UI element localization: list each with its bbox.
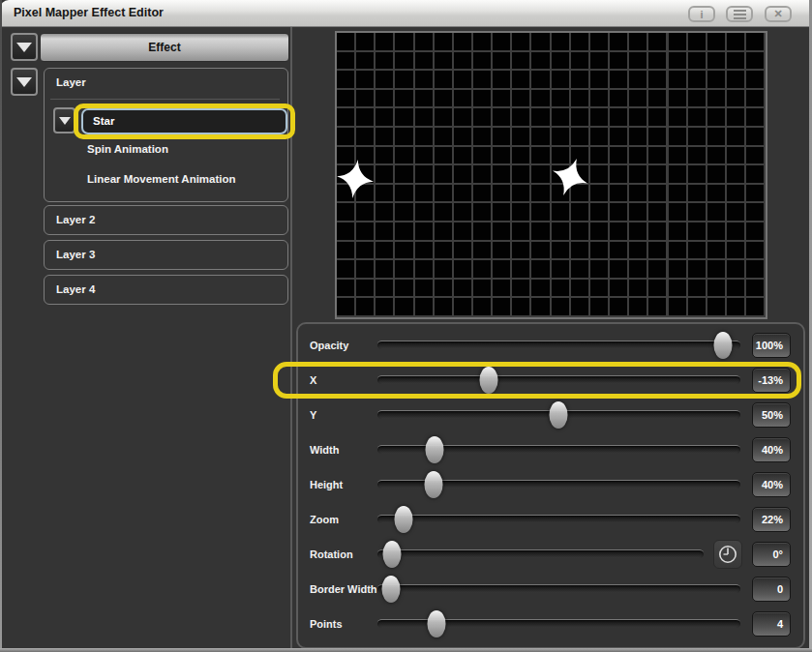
selected-effect-name-field[interactable]: Star [81,108,287,134]
slider-thumb[interactable] [550,401,568,429]
info-button[interactable]: i [688,6,715,22]
collapse-star-effect-button[interactable] [53,107,75,133]
slider-value-button[interactable]: 40% [752,437,791,462]
slider-value-button[interactable]: 22% [752,507,791,532]
clock-icon [717,544,738,565]
window-border-left [0,0,2,652]
slider-label: Rotation [310,537,353,572]
rotation-clock-button[interactable] [713,540,742,569]
divider [50,99,280,100]
slider-row: Height 40% [298,467,803,502]
collapse-layer-button[interactable] [11,68,38,96]
slider-value-button[interactable]: 40% [752,472,791,497]
spin-animation-item[interactable]: Spin Animation [87,143,168,155]
slider-track[interactable] [377,549,704,558]
slider-row: Y 50% [298,398,803,432]
slider-row: Opacity 100% [298,328,803,363]
slider-track[interactable] [377,410,740,419]
slider-value-button[interactable]: 100% [752,333,791,358]
layer-panel-title: Layer [56,76,86,88]
window-title: Pixel Mapper Effect Editor [14,0,164,26]
slider-label: Width [310,432,339,467]
slider-thumb[interactable] [383,541,402,568]
title-bar[interactable]: Pixel Mapper Effect Editor i ✕ [0,0,812,27]
menu-button[interactable] [726,6,753,22]
slider-row: Points 4 [298,607,803,641]
slider-row: Width 40% [298,432,803,467]
chevron-down-icon [16,77,32,87]
panel-splitter [290,27,292,652]
window-border-bottom [0,648,812,652]
slider-track[interactable] [377,584,740,593]
slider-value-button[interactable]: -13% [752,368,791,393]
effect-header-button[interactable]: Effect [40,33,289,62]
slider-label: Zoom [310,502,339,537]
close-icon: ✕ [773,8,782,20]
close-button[interactable]: ✕ [765,6,792,22]
hamburger-menu-icon [734,14,746,15]
slider-label: Height [310,467,343,502]
layer-2-panel[interactable]: Layer 2 [44,205,288,235]
slider-row: X -13% [298,363,803,398]
slider-label: Points [310,607,343,641]
slider-thumb[interactable] [428,610,446,637]
slider-track[interactable] [377,515,740,523]
effect-parameters-panel: Opacity 100% X -13% Y [296,322,805,649]
slider-thumb[interactable] [381,576,400,603]
linear-movement-animation-item[interactable]: Linear Movement Animation [87,173,236,185]
slider-track[interactable] [377,480,740,489]
slider-label: X [310,363,316,398]
slider-thumb[interactable] [425,471,443,498]
slider-thumb[interactable] [714,332,733,359]
slider-value-button[interactable]: 0° [752,542,791,567]
slider-track[interactable] [377,341,740,349]
star-shape [542,149,599,206]
star-shape [330,154,380,204]
layer-4-panel[interactable]: Layer 4 [44,275,288,305]
slider-label: Y [310,398,316,432]
slider-value-button[interactable]: 50% [752,402,791,428]
pixel-mapper-effect-editor-window: Pixel Mapper Effect Editor i ✕ Effect La… [0,0,812,652]
slider-track[interactable] [377,619,740,628]
pixel-grid-preview [335,31,767,319]
slider-value-button[interactable]: 4 [752,611,791,637]
slider-row: Rotation 0° [298,537,803,572]
slider-thumb[interactable] [395,506,413,533]
slider-track[interactable] [377,445,740,454]
slider-row: Zoom 22% [298,502,803,537]
layer-3-panel[interactable]: Layer 3 [44,240,288,270]
collapse-effect-button[interactable] [11,33,38,61]
slider-track[interactable] [377,375,740,384]
slider-label: Border Width [310,572,377,607]
chevron-down-icon [59,117,71,125]
slider-thumb[interactable] [425,436,443,463]
slider-thumb[interactable] [480,367,498,394]
info-icon: i [700,9,703,20]
slider-value-button[interactable]: 0 [752,577,791,602]
slider-row: Border Width 0 [298,572,803,607]
chevron-down-icon [16,43,32,52]
slider-label: Opacity [310,328,348,363]
